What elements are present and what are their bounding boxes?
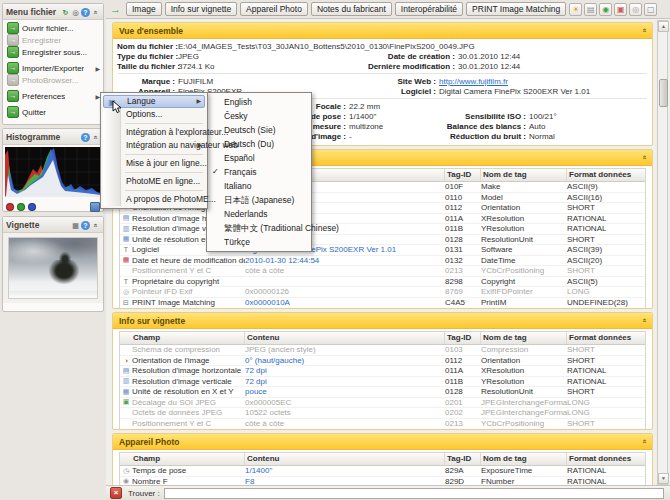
table-row[interactable]: ◎Pointeur IFD Exif0x000001268769ExifIFDP… [120, 287, 645, 298]
language-item-espa-ol[interactable]: Español [209, 151, 309, 165]
language-item-japanese[interactable]: 日本語 (Japanese) [209, 193, 309, 207]
menu-item-label: Mise à jour en ligne... [126, 158, 207, 168]
green-channel-toggle[interactable] [17, 203, 25, 211]
sun-icon[interactable]: ☀ [569, 3, 582, 16]
column-header[interactable]: Format données [567, 169, 645, 181]
column-header[interactable]: Format données [567, 453, 645, 465]
table-row[interactable]: TLogicielDigital Camera FinePix S200EXR … [120, 245, 645, 256]
sidebar-item-importer-exporter[interactable]: →Importer/Exporter▶ [3, 62, 103, 74]
red-channel-toggle[interactable] [6, 203, 14, 211]
table-row[interactable]: Positionnement Y et Ccôte à côte0213YCbC… [120, 266, 645, 277]
column-header[interactable]: Champ [120, 332, 245, 344]
sidebar-item-enregistrer-sous[interactable]: →Enregistrer sous... [3, 46, 103, 58]
table-row[interactable]: TPropriétaire du copyright8298CopyrightA… [120, 277, 645, 288]
sidebar-item-ouvrir-fichier[interactable]: →Ouvrir fichier... [3, 22, 103, 34]
scroll-up-arrow[interactable]: ▲ [658, 21, 669, 32]
pin-icon[interactable]: « [91, 221, 100, 230]
table-row[interactable]: ◑Orientation de l'image0° (haut/gauche)0… [120, 356, 645, 367]
menu-separator [125, 190, 203, 191]
tab-print-image-matching[interactable]: PRINT Image Matching [466, 2, 566, 16]
find-input[interactable] [164, 488, 664, 499]
close-icon[interactable]: × [110, 487, 122, 499]
pin-icon[interactable]: « [91, 8, 100, 17]
tab-interop-rabilit-[interactable]: Interopérabilité [395, 2, 463, 16]
table-row[interactable]: ▤Résolution d'image horizontale72 dpi011… [120, 214, 645, 225]
language-item-traditional-chinese[interactable]: 繁體中文 (Traditional Chinese) [209, 221, 309, 235]
table-row[interactable]: Positionnement Y et Ccôte à côte0213YCbC… [120, 419, 645, 430]
column-header[interactable]: Nom de tag [481, 453, 567, 465]
column-header[interactable]: Nom de tag [481, 169, 567, 181]
tab-notes-du-fabricant[interactable]: Notes du fabricant [311, 2, 392, 16]
go-arrow-icon[interactable]: → [110, 3, 121, 15]
column-header[interactable]: Tag-ID [445, 169, 481, 181]
column-header[interactable]: Champ [120, 453, 245, 465]
mouse-cursor [112, 100, 122, 114]
column-header[interactable]: Tag-ID [445, 332, 481, 344]
collapse-icon[interactable]: « [639, 318, 648, 322]
tab-info-sur-vignette[interactable]: Info sur vignette [165, 2, 237, 16]
help-icon[interactable]: ? [81, 133, 90, 142]
sidebar-item-label: Importer/Exporter [22, 64, 84, 73]
column-header[interactable]: Tag-ID [445, 453, 481, 465]
menu-item-label: Intégration à l'explorateur... [126, 127, 228, 137]
refresh-icon[interactable]: ↻ [61, 8, 70, 17]
window-icon[interactable]: ▢ [644, 3, 657, 16]
menu-item-int-gration-au-navigateur-web[interactable]: Intégration au navigateur web▶ [103, 139, 205, 152]
table-row[interactable]: ◷Temps de pose1/1400"829AExposureTimeRAT… [120, 466, 645, 477]
menu-item-a-propos-de-photome[interactable]: A propos de PhotoME... [103, 193, 205, 206]
table-row[interactable]: ⊟PRINT Image Matching0x0000010AC4A5Print… [120, 298, 645, 309]
sidebar-item-pr-f-rences[interactable]: →Préférences▶ [3, 90, 103, 102]
tag-name: Make [481, 182, 567, 191]
language-item-fran-ais[interactable]: ✓Français [209, 165, 309, 179]
column-header[interactable]: Nom de tag [481, 332, 567, 344]
zoom-icon[interactable]: ◎ [629, 3, 642, 16]
pin-icon[interactable]: « [91, 133, 100, 142]
collapse-icon[interactable]: « [639, 439, 648, 443]
menu-arrow-icon: → [7, 106, 19, 118]
scroll-down-arrow[interactable]: ▼ [658, 473, 669, 484]
file-menu-panel: Menu fichier ↻◎?« →Ouvrir fichier...→Enr… [2, 3, 104, 125]
thumbnail-image[interactable] [8, 237, 98, 299]
tab-appareil-photo[interactable]: Appareil Photo [240, 2, 308, 16]
tab-image[interactable]: Image [126, 2, 162, 16]
sidebar-item-label: Enregistrer [22, 36, 61, 45]
language-item-english[interactable]: English [209, 95, 309, 109]
table-row[interactable]: ▣Décalage du SOI JPEG0x000005EC0201JPEGI… [120, 398, 645, 409]
table-row[interactable]: Schéma de compressionJPEG (ancien style)… [120, 345, 645, 356]
table-row[interactable]: ▦Unité de résolution en X et Ypouce0128R… [120, 387, 645, 398]
search-icon[interactable]: ◎ [71, 8, 80, 17]
column-header[interactable]: Format données [567, 332, 645, 344]
language-item-esky[interactable]: Česky [209, 109, 309, 123]
menu-item-mise-jour-en-ligne[interactable]: Mise à jour en ligne... [103, 157, 205, 170]
document-icon[interactable]: ▤ [584, 3, 597, 16]
histogram-mode-icon[interactable] [90, 202, 100, 212]
table-row[interactable]: ▦Date et heure de modification de fichie… [120, 256, 645, 267]
sidebar-item-photobrowser: →PhotoBrowser... [3, 74, 103, 86]
collapse-icon[interactable]: « [639, 28, 648, 32]
table-row[interactable]: Octets de données JPEG10522 octets0202JP… [120, 408, 645, 419]
globe-icon[interactable]: ◉ [599, 3, 612, 16]
data-format: SHORT [567, 203, 645, 212]
photo-icon[interactable]: ▣ [614, 3, 627, 16]
language-item-nederlands[interactable]: Nederlands [209, 207, 309, 221]
sidebar-item-quitter[interactable]: →Quitter [3, 106, 103, 118]
table-row[interactable]: ▦Unité de résolution en X et Ypouce0128R… [120, 235, 645, 246]
website-link[interactable]: http://www.fujifilm.fr [439, 77, 508, 86]
grid-icon[interactable]: ▦ [71, 221, 80, 230]
collapse-icon[interactable]: « [639, 155, 648, 159]
menu-item-int-gration-l-explorateur[interactable]: Intégration à l'explorateur... [103, 126, 205, 139]
vertical-scrollbar[interactable]: ▲ ▼ [657, 20, 668, 485]
scrollbar-thumb[interactable] [659, 79, 668, 107]
language-item-t-rk-e[interactable]: Türkçe [209, 235, 309, 249]
help-icon[interactable]: ? [81, 8, 90, 17]
tag-id: 0110 [445, 193, 481, 202]
column-header[interactable]: Contenu [245, 453, 445, 465]
table-row[interactable]: ▥Résolution d'image verticale72 dpi011BY… [120, 224, 645, 235]
table-row[interactable]: ▤Résolution d'image horizontale72 dpi011… [120, 366, 645, 377]
table-row[interactable]: ▥Résolution d'image verticale72 dpi011BY… [120, 377, 645, 388]
column-header[interactable]: Contenu [245, 332, 445, 344]
language-item-italiano[interactable]: Italiano [209, 179, 309, 193]
menu-item-photome-en-ligne[interactable]: PhotoME en ligne... [103, 175, 205, 188]
blue-channel-toggle[interactable] [28, 203, 36, 211]
help-icon[interactable]: ? [81, 221, 90, 230]
